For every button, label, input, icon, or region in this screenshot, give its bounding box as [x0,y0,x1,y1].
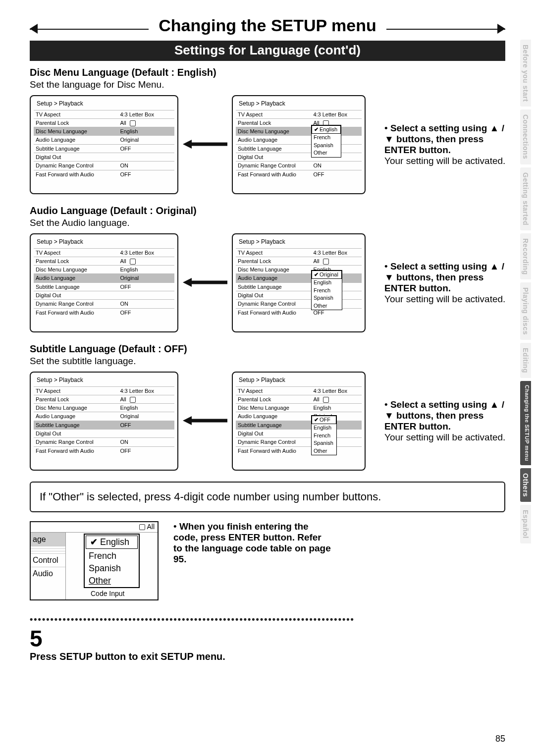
svg-marker-2 [183,416,227,425]
setup-row: Subtitle LanguageOFF [236,144,362,153]
dropdown-option[interactable]: Original [312,270,342,279]
code-input-zoom-panel: All age Control Audio ✔ English French S… [30,521,159,600]
section-description: Set the language for Disc Menu. [30,79,505,90]
setup-row: Subtitle LanguageOFF [34,282,174,291]
setup-row: Parental LockAll [236,118,362,127]
setup-row: Digital Out [34,291,174,300]
check-icon [314,126,320,132]
setup-row: Subtitle LanguageOFF [236,421,362,429]
zoom-options-box: ✔ English French Spanish Other [84,534,140,589]
side-tab[interactable]: Changing the SETUP menu [520,381,531,465]
dropdown-option[interactable]: English [312,424,336,432]
zoom-option: Spanish [85,562,139,575]
setup-row: Parental LockAll [34,118,174,127]
title-bar: Changing the SETUP menu [30,18,505,40]
note-other-text: If "Other" is selected, press 4-digit co… [40,490,381,503]
zoom-option: English [100,537,129,547]
setup-row: Disc Menu LanguageEnglish [236,404,362,412]
setup-row: Digital Out [34,430,174,438]
dropdown-option[interactable]: English [312,125,341,134]
svg-marker-0 [183,140,227,149]
setup-row: Parental LockAll [236,395,362,403]
side-tab[interactable]: Others [520,468,531,502]
side-tab[interactable]: Editing [520,343,531,378]
dropdown-option[interactable]: Other [312,302,342,310]
breadcrumb: Setup > Playback [37,377,174,384]
side-tab[interactable]: Playing discs [520,282,531,340]
section-description: Set the Audio language. [30,217,505,228]
side-tab[interactable]: Connections [520,109,531,164]
subtitle-language-dropdown[interactable]: OFFEnglishFrenchSpanishOther [311,415,337,455]
setup-row: Audio LanguageOriginal [236,412,362,421]
lock-icon [128,396,136,402]
section-audio-language: Audio Language (Default : Original) Set … [30,205,505,332]
setup-row: TV Aspect4:3 Letter Box [236,386,362,395]
dotted-rule: ••••••••••••••••••••••••••••••••••••••••… [30,614,505,625]
setup-row: Disc Menu LanguageEnglish [34,404,174,412]
lock-icon [321,258,329,264]
setup-row: Audio LanguageOriginal [236,274,362,282]
setup-row: Audio LanguageOriginal [34,412,174,421]
setup-row: Fast Forward with AudioOFF [236,308,362,317]
section-subtitle: Settings for Language (cont'd) [30,41,505,61]
dropdown-option[interactable]: Other [312,149,341,157]
setup-row: Dynamic Range ControlON [34,162,174,170]
step-number: 5 [30,629,505,649]
setup-row: TV Aspect4:3 Letter Box [236,110,362,118]
dropdown-option[interactable]: Spanish [312,439,336,447]
arrow-left-icon [180,414,230,429]
setup-row: Audio LanguageOriginal [34,274,174,282]
setup-row: Parental LockAll [34,395,174,403]
setup-row: Digital Out [236,430,362,438]
setup-panel-left: Setup > PlaybackTV Aspect4:3 Letter BoxP… [30,372,178,471]
disc-language-dropdown[interactable]: EnglishFrenchSpanishOther [311,125,341,158]
setup-row: Subtitle LanguageOFF [34,421,174,429]
setup-row: Subtitle LanguageOFF [34,144,174,153]
setup-row: TV Aspect4:3 Letter Box [34,386,174,395]
code-input-label: Code Input [91,589,158,599]
lock-icon [128,258,136,264]
setup-row: Digital Out [34,153,174,162]
side-tab[interactable]: Español [520,505,531,543]
breadcrumb: Setup > Playback [239,238,362,246]
lock-icon [128,120,136,126]
zoom-left-label: Audio [31,567,65,580]
dropdown-option[interactable]: French [312,432,336,439]
setup-panel-right: Setup > PlaybackTV Aspect4:3 Letter BoxP… [232,95,366,194]
zoom-option: Other [85,575,139,587]
setup-row: Fast Forward with AudioOFF [34,308,174,317]
dropdown-option[interactable]: Spanish [312,294,342,302]
chevron-right-icon [497,24,505,34]
breadcrumb: Setup > Playback [37,100,174,108]
dropdown-option[interactable]: OFF [312,416,336,424]
setup-row: Digital Out [236,291,362,300]
chevron-left-icon [30,24,38,34]
page-number: 85 [495,734,505,744]
side-tab[interactable]: Before you start [520,40,531,107]
setup-row: Dynamic Range ControlON [236,300,362,308]
dropdown-option[interactable]: English [312,279,342,286]
note-other-box: If "Other" is selected, press 4-digit co… [30,482,505,512]
code-note: • When you finish entering the code, pre… [173,521,332,565]
zoom-top-value: All [147,523,155,531]
setup-row: Dynamic Range ControlON [34,438,174,446]
dropdown-option[interactable]: Spanish [312,142,341,149]
section-subtitle-language: Subtitle Language (Default : OFF) Set th… [30,343,505,471]
setup-row: Disc Menu LanguageEnglish [34,127,174,136]
side-tab[interactable]: Getting started [520,167,531,230]
audio-language-dropdown[interactable]: OriginalEnglishFrenchSpanishOther [311,270,342,310]
dropdown-option[interactable]: French [312,134,341,141]
zoom-left-label: age [31,533,65,546]
dropdown-option[interactable]: Other [312,447,336,455]
dropdown-option[interactable]: French [312,287,342,294]
side-tab[interactable]: Recording [520,233,531,280]
setup-row: Disc Menu LanguageEnglish [236,127,362,136]
setup-row: TV Aspect4:3 Letter Box [236,248,362,257]
setup-row: Fast Forward with AudioOFF [236,170,362,178]
instruction-text: • Select a setting using ▲ / ▼ buttons, … [384,123,513,166]
setup-row: Audio LanguageOriginal [236,136,362,144]
code-input-field[interactable]: - - - - -- - - [91,600,115,600]
page-title: Changing the SETUP menu [149,16,386,35]
setup-row: Dynamic Range ControlON [34,300,174,308]
instruction-text: • Select a setting using ▲ / ▼ buttons, … [384,261,513,305]
